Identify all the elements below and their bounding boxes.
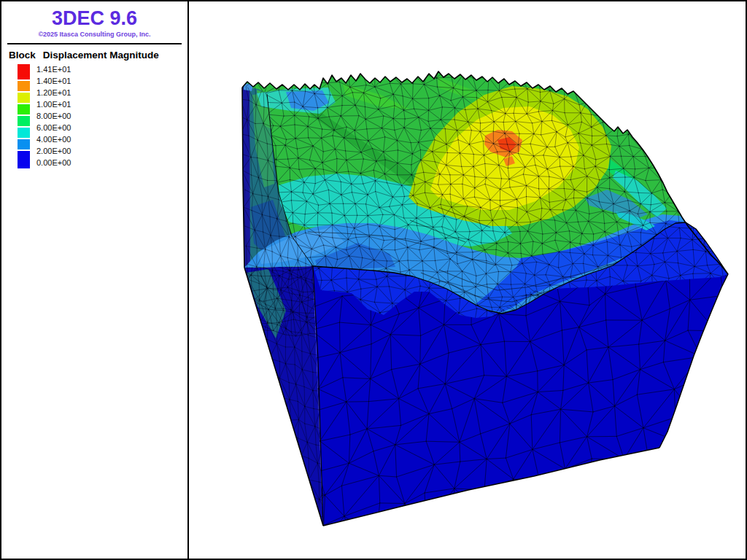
legend-swatch [18, 93, 30, 103]
legend-value: 1.40E+01 [36, 77, 71, 85]
legend-swatch [18, 104, 30, 114]
legend-swatch [18, 64, 30, 79]
legend-swatch [18, 139, 30, 149]
legend-value: 8.00E+00 [36, 112, 71, 120]
legend-value: 2.00E+00 [36, 147, 71, 155]
legend-value: 6.00E+00 [36, 123, 71, 132]
legend-swatch [18, 81, 30, 91]
legend-panel: 3DEC 9.6 ©2025 Itasca Consulting Group, … [1, 1, 189, 559]
legend-value: 0.00E+00 [36, 158, 71, 167]
legend-colorbar: 1.41E+011.40E+011.20E+011.00E+018.00E+00… [1, 1, 189, 560]
app-window: 3DEC 9.6 ©2025 Itasca Consulting Group, … [0, 0, 747, 560]
legend-swatch [18, 151, 30, 168]
legend-value: 1.20E+01 [36, 88, 71, 97]
legend-value: 4.00E+00 [36, 135, 71, 144]
legend-value: 1.41E+01 [36, 65, 71, 74]
legend-value: 1.00E+01 [36, 100, 71, 109]
legend-swatch [18, 116, 30, 126]
legend-swatch [18, 128, 30, 138]
